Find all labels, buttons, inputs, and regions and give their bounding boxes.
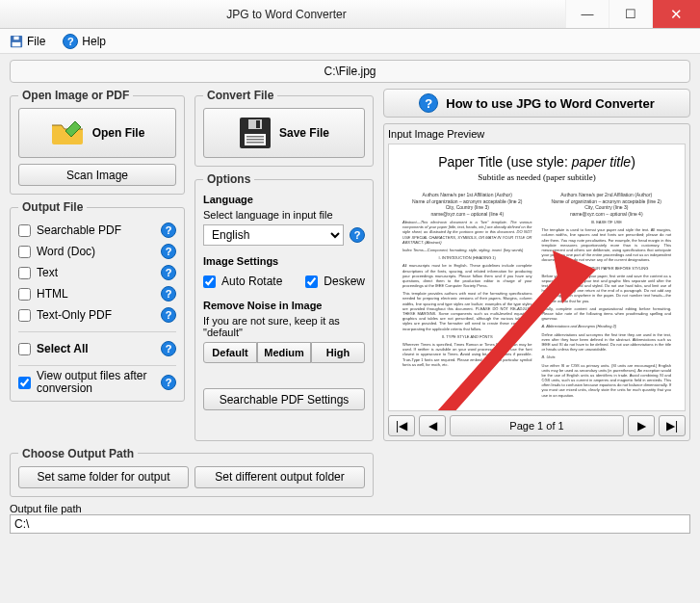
label-word: Word (Doc) <box>37 245 155 258</box>
pager-last-button[interactable]: ▶| <box>659 415 686 436</box>
checkbox-deskew[interactable] <box>305 275 318 288</box>
input-file-path: C:\File.jpg <box>10 60 690 83</box>
menu-help[interactable]: ? Help <box>63 34 106 49</box>
label-text-only-pdf: Text-Only PDF <box>37 308 155 322</box>
open-image-legend: Open Image or PDF <box>18 89 133 102</box>
minimize-button[interactable]: — <box>565 0 609 28</box>
input-file-path-text: C:\File.jpg <box>324 65 376 78</box>
checkbox-view-after[interactable] <box>18 377 31 389</box>
menu-file-label: File <box>27 35 45 48</box>
folder-open-icon <box>50 119 85 146</box>
choose-output-path-group: Choose Output Path Set same folder for o… <box>10 447 374 497</box>
save-file-button[interactable]: Save File <box>203 108 365 158</box>
output-path-label: Output file path <box>10 503 690 514</box>
help-icon[interactable]: ? <box>161 375 176 390</box>
noise-hint: If you are not sure, keep it as "default… <box>203 315 365 338</box>
preview-label: Input Image Preview <box>388 128 686 140</box>
language-hint: Select language in input file <box>203 209 365 221</box>
checkbox-html[interactable] <box>18 288 31 301</box>
paper-body: Authors Name/s per 1st Affiliation (Auth… <box>402 192 671 401</box>
svg-rect-9 <box>246 142 264 144</box>
input-preview-panel: Input Image Preview Paper Title (use sty… <box>383 123 690 441</box>
label-searchable-pdf: Searchable PDF <box>37 223 155 237</box>
pager-next-button[interactable]: ▶ <box>628 415 655 436</box>
help-icon[interactable]: ? <box>161 341 176 356</box>
label-auto-rotate: Auto Rotate <box>221 275 282 288</box>
label-text: Text <box>37 266 155 279</box>
paper-subtitle: Subtitle as needed (paper subtitle) <box>402 172 671 182</box>
convert-file-group: Convert File Save File <box>194 89 374 167</box>
checkbox-searchable-pdf[interactable] <box>18 224 31 237</box>
help-icon[interactable]: ? <box>161 265 176 280</box>
save-file-label: Save File <box>279 126 329 140</box>
svg-rect-2 <box>13 36 18 39</box>
help-icon[interactable]: ? <box>161 307 176 323</box>
scan-image-button[interactable]: Scan Image <box>18 164 176 186</box>
menu-bar: File ? Help <box>0 29 700 54</box>
menu-help-label: Help <box>82 35 106 48</box>
svg-rect-6 <box>256 120 260 128</box>
checkbox-text[interactable] <box>18 267 31 279</box>
output-file-group: Output File Searchable PDF? Word (Doc)? … <box>10 200 185 402</box>
svg-rect-8 <box>246 139 264 141</box>
floppy-disk-icon <box>239 117 272 149</box>
scan-image-label: Scan Image <box>66 169 128 182</box>
pager-page-indicator: Page 1 of 1 <box>450 415 624 436</box>
help-icon: ? <box>63 34 78 49</box>
preview-canvas: Paper Title (use style: paper title) Sub… <box>388 144 686 411</box>
open-file-button[interactable]: Open File <box>18 108 176 158</box>
options-group: Options Language Select language in inpu… <box>194 172 374 441</box>
preview-pager: |◀ ◀ Page 1 of 1 ▶ ▶| <box>388 415 686 436</box>
noise-medium-button[interactable]: Medium <box>257 342 311 363</box>
label-deskew: Deskew <box>324 275 365 288</box>
same-folder-button[interactable]: Set same folder for output <box>18 466 189 488</box>
different-folder-button[interactable]: Set different output folder <box>194 466 365 488</box>
pager-prev-button[interactable]: ◀ <box>419 415 446 436</box>
checkbox-text-only-pdf[interactable] <box>18 309 31 322</box>
noise-high-button[interactable]: High <box>311 342 365 363</box>
language-heading: Language <box>203 194 253 205</box>
label-select-all: Select All <box>37 342 155 355</box>
label-view-after: View output files after conversion <box>37 370 155 395</box>
help-icon[interactable]: ? <box>350 227 365 243</box>
checkbox-word[interactable] <box>18 246 31 258</box>
checkbox-select-all[interactable] <box>18 343 31 355</box>
language-select[interactable]: English <box>203 224 344 246</box>
image-settings-heading: Image Settings <box>203 255 278 267</box>
close-button[interactable]: ✕ <box>652 0 700 28</box>
noise-default-button[interactable]: Default <box>203 342 257 363</box>
noise-heading: Remove Noise in Image <box>203 300 323 311</box>
help-icon: ? <box>419 93 438 113</box>
choose-output-path-legend: Choose Output Path <box>18 447 138 460</box>
output-file-legend: Output File <box>18 200 87 214</box>
label-html: HTML <box>37 287 155 301</box>
save-disk-icon <box>10 35 23 48</box>
checkbox-auto-rotate[interactable] <box>203 275 216 288</box>
how-to-use-button[interactable]: ? How to use JPG to Word Converter <box>383 89 690 118</box>
maximize-button[interactable]: ☐ <box>609 0 652 28</box>
help-icon[interactable]: ? <box>161 244 176 259</box>
open-file-label: Open File <box>92 126 145 140</box>
open-image-group: Open Image or PDF Open File Scan Image <box>10 89 185 195</box>
paper-title: Paper Title (use style: paper title) <box>402 154 671 170</box>
options-legend: Options <box>203 172 254 186</box>
convert-file-legend: Convert File <box>203 89 277 102</box>
svg-rect-7 <box>246 136 264 138</box>
searchable-pdf-settings-button[interactable]: Searchable PDF Settings <box>203 388 365 410</box>
how-to-use-label: How to use JPG to Word Converter <box>446 96 654 111</box>
output-path-field[interactable] <box>10 514 690 534</box>
help-icon[interactable]: ? <box>161 286 176 302</box>
svg-rect-1 <box>13 41 21 45</box>
menu-file[interactable]: File <box>10 35 45 48</box>
app-title: JPG to Word Converter <box>8 8 565 21</box>
title-bar: JPG to Word Converter — ☐ ✕ <box>0 0 700 29</box>
help-icon[interactable]: ? <box>161 223 176 238</box>
pager-first-button[interactable]: |◀ <box>388 415 415 436</box>
